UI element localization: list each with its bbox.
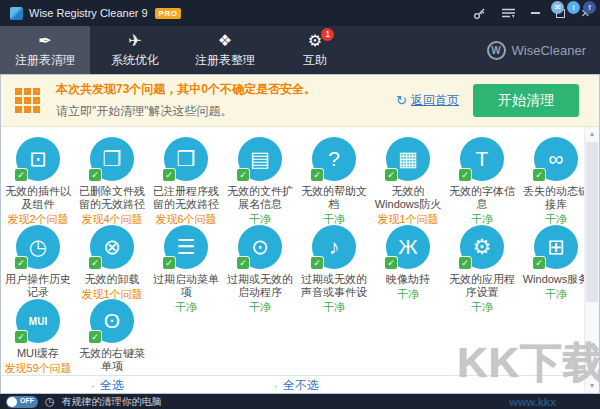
scrollbar[interactable]: ▴ ▾ (584, 127, 599, 393)
book-icon: ❐ ✓ (90, 137, 134, 181)
mouse-icon: ʘ ✓ (90, 299, 134, 343)
selection-footer: · 全选 · 全不选 (1, 375, 599, 395)
items-grid: ⊡ ✓ 无效的插件以及组件 发现2个问题 ❐ ✓ 已删除文件残留的无效路径 发现… (1, 127, 584, 375)
check-icon: ✓ (14, 256, 28, 270)
tab-registry-defrag[interactable]: ❖ 注册表整理 (180, 26, 270, 74)
select-none-link[interactable]: · 全不选 (274, 377, 319, 394)
scan-summary-icon (15, 88, 40, 113)
help-file-icon: ? ✓ (312, 137, 356, 181)
windows-icon: ⊞ ✓ (534, 225, 578, 269)
check-icon: ✓ (88, 168, 102, 182)
tab-help[interactable]: ⚙ 1 互助 (270, 26, 360, 74)
start-cleaning-button[interactable]: 开始清理 (473, 84, 579, 117)
item-status: 发现59个问题 (4, 362, 71, 375)
item-status: 干净 (397, 288, 419, 301)
check-icon: ✓ (88, 330, 102, 344)
item-status: 干净 (249, 301, 271, 314)
tab-label: 系统优化 (111, 52, 159, 69)
pro-badge: PRO (155, 8, 182, 19)
grid-item[interactable]: MUI ✓ MUI缓存 发现59个问题 (1, 299, 75, 375)
check-icon: ✓ (14, 168, 28, 182)
font-icon: T ✓ (460, 137, 504, 181)
item-label: 无效的应用程序设置 (445, 273, 519, 299)
item-label: 过期或无效的声音或事件设 (297, 273, 371, 299)
item-label: 已注册程序残留的无效路径 (149, 185, 223, 211)
titlebar: Wise Registry Cleaner 9 PRO ✕ (0, 0, 600, 26)
check-icon: ✓ (236, 256, 250, 270)
item-label: 用户操作历史记录 (1, 273, 75, 299)
schedule-text: 有规律的清理你的电脑 (62, 395, 162, 409)
item-label: 无效的插件以及组件 (1, 185, 75, 211)
grid-item[interactable]: ▦ ✓ 无效的Windows防火 发现1个问题 (371, 137, 445, 225)
check-icon: ✓ (14, 330, 28, 344)
twitter-icon[interactable]: t (567, 1, 580, 14)
grid-item[interactable]: ʘ ✓ 无效的右键菜单项 (75, 299, 149, 375)
key-icon[interactable] (473, 7, 486, 20)
check-icon: ✓ (532, 256, 546, 270)
back-home-link[interactable]: ↻ 返回首页 (396, 92, 459, 109)
wisecleaner-logo-icon: W (487, 41, 506, 60)
item-label: 过期或无效的启动程序 (223, 273, 297, 299)
item-label: 无效的卸载 (75, 273, 149, 286)
tab-label: 互助 (303, 52, 327, 69)
check-icon: ✓ (458, 168, 472, 182)
check-icon: ✓ (88, 256, 102, 270)
grid-item[interactable]: ⊞ ✓ Windows服务 干净 (519, 225, 584, 313)
tab-registry-cleaner[interactable]: ✒ 注册表清理 (0, 26, 90, 74)
grid-item[interactable]: Ж ✓ 映像劫持 干净 (371, 225, 445, 313)
grid-item[interactable]: ∞ ✓ 丢失的动态链接库 干净 (519, 137, 584, 225)
minimize-button[interactable] (531, 12, 540, 14)
gear-wrench-icon: ⚙ 1 (308, 32, 322, 50)
scroll-down-icon[interactable]: ▾ (585, 379, 599, 393)
mail-icon[interactable]: ✉ (551, 1, 564, 14)
firewall-icon: ▦ ✓ (386, 137, 430, 181)
facebook-icon[interactable]: f (583, 1, 596, 14)
item-status: 干净 (323, 301, 345, 314)
grid-item[interactable]: ♪ ✓ 过期或无效的声音或事件设 干净 (297, 225, 371, 313)
grid-item[interactable]: ❒ ✓ 已注册程序残留的无效路径 发现6个问题 (149, 137, 223, 225)
scroll-up-icon[interactable]: ▴ (585, 127, 599, 141)
notification-badge: 1 (321, 28, 334, 41)
blocks-icon: ❖ (218, 32, 232, 50)
item-label: 无效的帮助文档 (297, 185, 371, 211)
brand-logo: W WiseCleaner (487, 26, 586, 74)
menu-icon[interactable] (502, 8, 515, 19)
content-area: 本次共发现73个问题，其中0个不确定是否安全。 请立即"开始清理"解决这些问题。… (0, 74, 600, 394)
item-label: 映像劫持 (371, 273, 445, 286)
scan-result-text: 本次共发现73个问题，其中0个不确定是否安全。 (56, 81, 316, 98)
alarm-clock-icon: ◷ (45, 395, 55, 408)
item-label: 过期启动菜单项 (149, 273, 223, 299)
menu-icon: ☰ ✓ (164, 225, 208, 269)
item-label: 无效的字体信息 (445, 185, 519, 211)
grid-item[interactable]: T ✓ 无效的字体信息 干净 (445, 137, 519, 225)
check-icon: ✓ (236, 168, 250, 182)
app-window: Wise Registry Cleaner 9 PRO ✕ ✒ 注册表清理 (0, 0, 600, 409)
scan-result-banner: 本次共发现73个问题，其中0个不确定是否安全。 请立即"开始清理"解决这些问题。… (1, 75, 599, 127)
grid-item[interactable]: ? ✓ 无效的帮助文档 干净 (297, 137, 371, 225)
item-label: 已删除文件残留的无效路径 (75, 185, 149, 211)
grid-item[interactable]: ❐ ✓ 已删除文件残留的无效路径 发现4个问题 (75, 137, 149, 225)
sound-icon: ♪ ✓ (312, 225, 356, 269)
select-all-link[interactable]: · 全选 (91, 377, 124, 394)
item-status: 干净 (471, 301, 493, 314)
refresh-icon: ↻ (396, 93, 407, 108)
app-icon (10, 7, 23, 20)
check-icon: ✓ (532, 168, 546, 182)
item-label: Windows服务 (519, 273, 584, 286)
grid-item[interactable]: ⊡ ✓ 无效的插件以及组件 发现2个问题 (1, 137, 75, 225)
check-icon: ✓ (162, 168, 176, 182)
grid-item[interactable]: ☰ ✓ 过期启动菜单项 干净 (149, 225, 223, 313)
check-icon: ✓ (162, 256, 176, 270)
check-icon: ✓ (310, 168, 324, 182)
grid-item[interactable]: ⊙ ✓ 过期或无效的启动程序 干净 (223, 225, 297, 313)
scan-hint-text: 请立即"开始清理"解决这些问题。 (56, 103, 316, 120)
tab-system-tuneup[interactable]: ✈ 系统优化 (90, 26, 180, 74)
schedule-toggle[interactable]: OFF (6, 396, 38, 408)
startup-icon: ⊙ ✓ (238, 225, 282, 269)
item-label: 丢失的动态链接库 (519, 185, 584, 211)
scrollbar-thumb[interactable] (586, 142, 598, 302)
brand-name: WiseCleaner (512, 43, 586, 58)
grid-item[interactable]: ▤ ✓ 无效的文件扩展名信息 干净 (223, 137, 297, 225)
screens-icon: ❒ ✓ (164, 137, 208, 181)
grid-item[interactable]: ⚙ ✓ 无效的应用程序设置 干净 (445, 225, 519, 313)
